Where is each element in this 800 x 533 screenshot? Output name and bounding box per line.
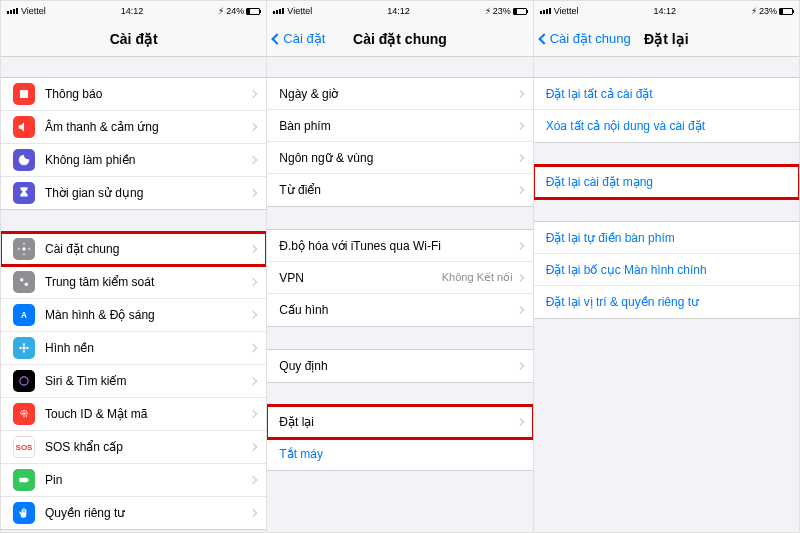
battery-icon xyxy=(246,8,260,15)
settings-panel: Viettel 14:12 ⚡︎ 24% Cài đặt Thông báo Â… xyxy=(1,1,267,532)
page-title: Đặt lại xyxy=(644,31,688,47)
chevron-right-icon xyxy=(249,410,257,418)
chevron-right-icon xyxy=(249,123,257,131)
chevron-right-icon xyxy=(515,153,523,161)
row-screentime[interactable]: Thời gian sử dụng xyxy=(1,177,266,209)
chevron-right-icon xyxy=(249,278,257,286)
general-list[interactable]: Ngày & giờ Bàn phím Ngôn ngữ & vùng Từ đ… xyxy=(267,57,532,532)
sound-icon xyxy=(13,116,35,138)
row-touchid[interactable]: Touch ID & Mật mã xyxy=(1,398,266,431)
chevron-right-icon xyxy=(515,241,523,249)
reset-panel: Viettel 14:12 ⚡︎23% Cài đặt chung Đặt lạ… xyxy=(534,1,799,532)
back-button[interactable]: Cài đặt xyxy=(273,31,325,46)
svg-point-10 xyxy=(20,377,28,385)
row-reset-location[interactable]: Đặt lại vị trí & quyền riêng tư xyxy=(534,286,799,318)
row-reset-network[interactable]: Đặt lại cài đặt mạng xyxy=(534,166,799,198)
status-bar: Viettel 14:12 ⚡︎ 24% xyxy=(1,1,266,21)
hourglass-icon xyxy=(13,182,35,204)
chevron-right-icon xyxy=(249,156,257,164)
chevron-right-icon xyxy=(249,311,257,319)
clock: 14:12 xyxy=(121,6,144,16)
status-bar: Viettel 14:12 ⚡︎23% xyxy=(267,1,532,21)
chevron-right-icon xyxy=(249,189,257,197)
row-shutdown[interactable]: Tắt máy xyxy=(267,438,532,470)
switches-icon xyxy=(13,271,35,293)
chevron-right-icon xyxy=(515,273,523,281)
row-language[interactable]: Ngôn ngữ & vùng xyxy=(267,142,532,174)
flower-icon xyxy=(13,337,35,359)
chevron-right-icon xyxy=(249,245,257,253)
row-privacy[interactable]: Quyền riêng tư xyxy=(1,497,266,529)
chevron-left-icon xyxy=(272,33,283,44)
battery-pct: 24% xyxy=(226,6,244,16)
settings-list[interactable]: Thông báo Âm thanh & cảm ứng Không làm p… xyxy=(1,57,266,532)
row-profile[interactable]: Cấu hình xyxy=(267,294,532,326)
clock: 14:12 xyxy=(653,6,676,16)
svg-point-2 xyxy=(20,278,24,282)
svg-point-7 xyxy=(23,350,25,352)
chevron-right-icon xyxy=(515,417,523,425)
row-reset[interactable]: Đặt lại xyxy=(267,406,532,438)
row-general[interactable]: Cài đặt chung xyxy=(1,233,266,266)
row-wallpaper[interactable]: Hình nền xyxy=(1,332,266,365)
chevron-right-icon xyxy=(249,377,257,385)
svg-point-5 xyxy=(22,346,26,350)
general-panel: Viettel 14:12 ⚡︎23% Cài đặt Cài đặt chun… xyxy=(267,1,533,532)
row-reset-all[interactable]: Đặt lại tất cả cài đặt xyxy=(534,78,799,110)
chevron-right-icon xyxy=(515,362,523,370)
clock: 14:12 xyxy=(387,6,410,16)
row-dictionary[interactable]: Từ điển xyxy=(267,174,532,206)
row-keyboard[interactable]: Bàn phím xyxy=(267,110,532,142)
row-notifications[interactable]: Thông báo xyxy=(1,78,266,111)
svg-point-9 xyxy=(26,347,28,349)
svg-point-6 xyxy=(23,343,25,345)
gear-icon xyxy=(13,238,35,260)
row-reset-keyboard-dict[interactable]: Đặt lại tự điền bàn phím xyxy=(534,222,799,254)
row-itunes-sync[interactable]: Đ.bộ hóa với iTunes qua Wi-Fi xyxy=(267,230,532,262)
svg-point-1 xyxy=(22,247,26,251)
row-regulatory[interactable]: Quy định xyxy=(267,350,532,382)
row-battery[interactable]: Pin xyxy=(1,464,266,497)
chevron-right-icon xyxy=(249,509,257,517)
chevron-right-icon xyxy=(249,344,257,352)
signal-icon xyxy=(273,8,284,14)
chevron-right-icon xyxy=(515,121,523,129)
chevron-right-icon xyxy=(249,443,257,451)
back-button[interactable]: Cài đặt chung xyxy=(540,31,631,46)
svg-rect-11 xyxy=(19,478,27,483)
row-sos[interactable]: SOS SOS khẩn cấp xyxy=(1,431,266,464)
charging-icon: ⚡︎ xyxy=(218,6,224,16)
svg-rect-12 xyxy=(28,479,29,481)
row-dnd[interactable]: Không làm phiền xyxy=(1,144,266,177)
display-icon: A xyxy=(13,304,35,326)
chevron-left-icon xyxy=(538,33,549,44)
nav-bar: Cài đặt chung Đặt lại xyxy=(534,21,799,57)
fingerprint-icon xyxy=(13,403,35,425)
siri-icon xyxy=(13,370,35,392)
svg-point-3 xyxy=(25,283,28,287)
row-vpn[interactable]: VPNKhông Kết nối xyxy=(267,262,532,294)
svg-text:A: A xyxy=(21,311,27,320)
row-control-center[interactable]: Trung tâm kiểm soát xyxy=(1,266,266,299)
sos-icon: SOS xyxy=(13,436,35,458)
chevron-right-icon xyxy=(515,89,523,97)
svg-point-8 xyxy=(19,347,21,349)
row-erase-all[interactable]: Xóa tất cả nội dung và cài đặt xyxy=(534,110,799,142)
reset-list[interactable]: Đặt lại tất cả cài đặt Xóa tất cả nội du… xyxy=(534,57,799,532)
page-title: Cài đặt xyxy=(110,31,158,47)
battery-icon xyxy=(513,8,527,15)
moon-icon xyxy=(13,149,35,171)
row-siri[interactable]: Siri & Tìm kiếm xyxy=(1,365,266,398)
battery-icon xyxy=(779,8,793,15)
chevron-right-icon xyxy=(249,476,257,484)
row-reset-home[interactable]: Đặt lại bố cục Màn hình chính xyxy=(534,254,799,286)
chevron-right-icon xyxy=(515,306,523,314)
row-date[interactable]: Ngày & giờ xyxy=(267,78,532,110)
row-sound[interactable]: Âm thanh & cảm ứng xyxy=(1,111,266,144)
nav-bar: Cài đặt Cài đặt chung xyxy=(267,21,532,57)
nav-bar: Cài đặt xyxy=(1,21,266,57)
carrier-label: Viettel xyxy=(21,6,46,16)
chevron-right-icon xyxy=(515,186,523,194)
page-title: Cài đặt chung xyxy=(353,31,447,47)
row-display[interactable]: A Màn hình & Độ sáng xyxy=(1,299,266,332)
